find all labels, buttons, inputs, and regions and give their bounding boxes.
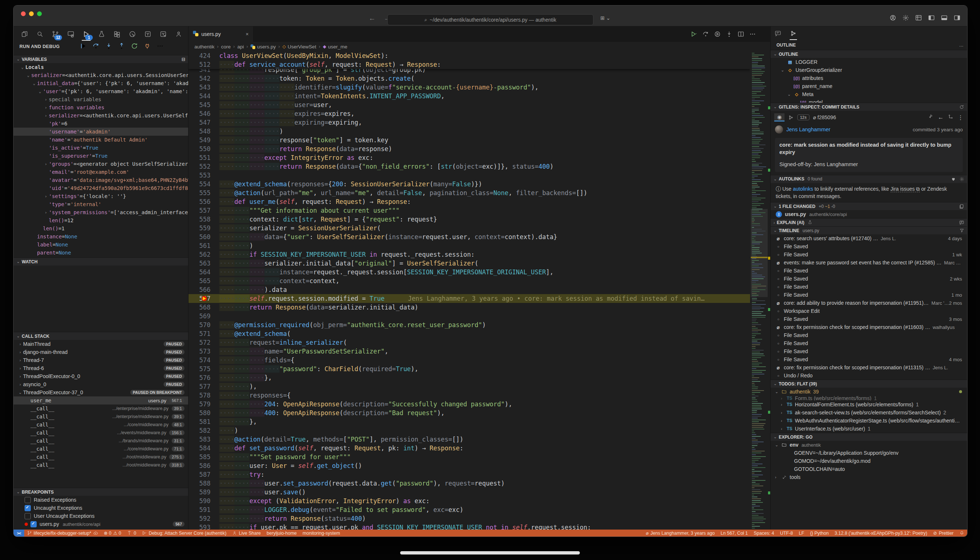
- go-env-var-row[interactable]: GOENV=~/Library/Application Support/go/e…: [770, 449, 967, 457]
- tab-users-py[interactable]: users.py ×: [188, 27, 253, 42]
- code-line[interactable]: 583····@action(detail=True, methods=["PO…: [188, 435, 750, 444]
- open-all-changes-icon[interactable]: [959, 204, 964, 209]
- variable-row[interactable]: 'is_superuser' = True: [13, 152, 188, 160]
- todo-file-row[interactable]: ›TSWebAuthnAuthenticatorRegisterStage.ts…: [770, 417, 967, 425]
- code-line[interactable]: 592············return Response(status=40…: [188, 514, 750, 523]
- outline-item[interactable]: [@]attributes: [770, 74, 967, 82]
- more-button[interactable]: [156, 42, 164, 50]
- code-line[interactable]: 571····@extend_schema(: [188, 329, 750, 338]
- search-icon[interactable]: [34, 28, 46, 40]
- outline-item[interactable]: ▤LOGGER: [770, 58, 967, 66]
- gitlens-inspect-icon[interactable]: [788, 28, 798, 39]
- variable-row[interactable]: 'avatar' = 'data:image/svg+xml;base64,PH…: [13, 176, 188, 184]
- timeline-header[interactable]: ⌄TIMELINEusers.py: [770, 226, 967, 234]
- timeline-item[interactable]: ○File Saved4 mos: [770, 355, 967, 363]
- autolinks-header[interactable]: ⌄AUTOLINKS0 found: [770, 175, 967, 183]
- code-line[interactable]: 555····@action(url_path="me", url_name="…: [188, 188, 750, 197]
- run-and-debug-icon[interactable]: 1: [80, 28, 92, 40]
- thread-row[interactable]: ›Thread-6PAUSED: [13, 364, 188, 372]
- timeline-item[interactable]: ○File Saved1 mo: [770, 291, 967, 299]
- variables-header[interactable]: ⌄VARIABLES⊟: [13, 55, 188, 63]
- go-env-var-row[interactable]: GOMOD=~/dev/authentik/go.mod: [770, 457, 967, 465]
- code-line[interactable]: 590········except (ValidationError, Inte…: [188, 497, 750, 505]
- compare-icon[interactable]: [948, 114, 953, 121]
- commit-avatar-tab-icon[interactable]: ◉: [774, 113, 785, 122]
- eol-item[interactable]: LF: [796, 530, 807, 537]
- breakpoint-checkbox[interactable]: [30, 521, 37, 527]
- code-line[interactable]: 553: [188, 171, 750, 180]
- code-line[interactable]: 549················response["token"] = t…: [188, 136, 750, 145]
- variable-row[interactable]: ⌄initial_data = {'user': {'pk': 6, 'user…: [13, 79, 188, 87]
- variable-row[interactable]: ›special variables: [13, 95, 188, 103]
- author-name[interactable]: Jens Langhammer: [787, 127, 830, 132]
- python-interpreter-item[interactable]: 3.12.8 ('authentik-xEAhpGPh-py3.12': Poe…: [832, 530, 930, 537]
- code-line[interactable]: 581········},: [188, 417, 750, 426]
- back-icon[interactable]: ←: [938, 114, 944, 121]
- code-line[interactable]: 563············serializer.initial_data["…: [188, 259, 750, 268]
- thread-row[interactable]: ›MainThreadPAUSED: [13, 340, 188, 348]
- command-center-search[interactable]: ⌕ ~/dev/authentik/authentik/core/api/use…: [387, 14, 593, 25]
- thread-row[interactable]: ›ThreadPoolExecutor-0_0PAUSED: [13, 372, 188, 380]
- code-line[interactable]: 564················instance=request._req…: [188, 268, 750, 277]
- code-line[interactable]: 580············400: OpenApiResponse(desc…: [188, 408, 750, 417]
- variable-row[interactable]: ›'groups' = <generator object UserSelfSe…: [13, 160, 188, 168]
- stack-frame-row[interactable]: __call__.../brands/middleware.py31:1: [13, 437, 188, 445]
- refresh-icon[interactable]: [959, 105, 964, 110]
- timeline-item[interactable]: ⌀core: add ability to provide reason for…: [770, 299, 967, 307]
- breakpoint-checkbox[interactable]: [25, 505, 31, 511]
- code-line[interactable]: 588············user.set_password(request…: [188, 479, 750, 488]
- code-line[interactable]: 550················return Response(data=…: [188, 145, 750, 153]
- variable-row[interactable]: ⌄serializer = <authentik.core.api.users.…: [13, 71, 188, 79]
- timeline-item[interactable]: ⌀core: search users' attributes (#12740)…: [770, 234, 967, 242]
- code-line[interactable]: 569: [188, 312, 750, 320]
- timeline-item[interactable]: ○File Saved: [770, 339, 967, 347]
- code-line[interactable]: 558········context: dict[str, Request] =…: [188, 215, 750, 224]
- variable-row[interactable]: 'name' = 'authentik Default Admin': [13, 136, 188, 144]
- variable-row[interactable]: len() = 12: [13, 217, 188, 225]
- variable-row[interactable]: 'uid' = '49d24724dfa590a20fb5961e9c6673c…: [13, 184, 188, 192]
- jira-link[interactable]: Jira issues ⧉: [890, 186, 920, 192]
- stack-frame-row[interactable]: __call__.../root/middleware.py318:1: [13, 461, 188, 469]
- timeline-item[interactable]: ○Undo / Redo: [770, 372, 967, 380]
- branch-status-item[interactable]: lifecycle/fix-debugger-setup*: [24, 530, 101, 537]
- code-line[interactable]: 548················): [188, 127, 750, 136]
- breadcrumb-item[interactable]: authentik: [194, 44, 215, 50]
- timeline-item[interactable]: ○File Saved2 wks: [770, 275, 967, 283]
- breadcrumb-item[interactable]: ◇UserViewSet: [282, 44, 316, 50]
- call-stack-header[interactable]: ⌄CALL STACK: [13, 332, 188, 340]
- layout-grid-icon[interactable]: ⊞ ⌄: [600, 15, 610, 21]
- timeline-item[interactable]: ○File Saved: [770, 331, 967, 339]
- testing-icon[interactable]: [96, 28, 107, 40]
- code-line[interactable]: 584····def set_password(self, request: R…: [188, 444, 750, 453]
- code-line[interactable]: 551············except IntegrityError as …: [188, 153, 750, 162]
- timeline-item[interactable]: ○File Saved: [770, 267, 967, 275]
- code-line[interactable]: 542················token: Token = Token.…: [188, 74, 750, 83]
- todo-root-row[interactable]: ⌄authentik39: [770, 388, 967, 396]
- debug-run-icon[interactable]: [714, 31, 721, 37]
- variable-row[interactable]: 'email' = 'root@example.com': [13, 168, 188, 176]
- variable-row[interactable]: 'pk' = 6: [13, 120, 188, 128]
- encoding-item[interactable]: UTF-8: [777, 530, 796, 537]
- step-over-button[interactable]: [92, 42, 100, 50]
- step-into-button[interactable]: [105, 42, 113, 50]
- variable-row[interactable]: ⌄Locals: [13, 63, 188, 71]
- code-line[interactable]: 577········),: [188, 382, 750, 391]
- stack-frame-row[interactable]: __call__.../root/middleware.py275:1: [13, 453, 188, 461]
- outline-header[interactable]: ⌄OUTLINE: [770, 50, 967, 58]
- code-line[interactable]: 554····@extend_schema(responses={200: Se…: [188, 180, 750, 188]
- account-icon[interactable]: [889, 14, 897, 21]
- variable-row[interactable]: ›'settings' = {'locale': ''}: [13, 192, 188, 200]
- breakpoint-row[interactable]: Raised Exceptions: [13, 496, 188, 504]
- nav-back-icon[interactable]: ←: [368, 14, 375, 22]
- nav-into-icon[interactable]: [726, 31, 732, 37]
- code-line[interactable]: 586········user: User = self.get_object(…: [188, 462, 750, 470]
- toggle-panel-icon[interactable]: [941, 14, 948, 21]
- code-line[interactable]: 565················context=context,: [188, 277, 750, 285]
- stack-frame-row[interactable]: __call__.../core/middleware.py48:1: [13, 421, 188, 429]
- split-editor-icon[interactable]: [738, 31, 744, 37]
- pull-requests-icon[interactable]: [157, 28, 169, 40]
- collapse-all-icon[interactable]: ⊟: [182, 57, 185, 62]
- source-control-icon[interactable]: 12: [50, 28, 61, 40]
- step-out-button[interactable]: [117, 42, 125, 50]
- more-actions-icon[interactable]: …: [959, 43, 963, 48]
